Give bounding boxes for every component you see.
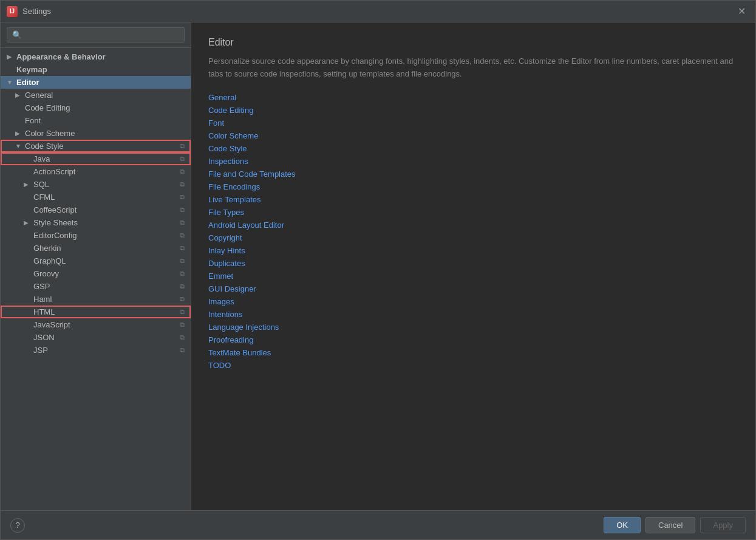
tree-item-cfml[interactable]: CFML⧉ [1,191,191,203]
right-panel: Editor Personalize source code appearanc… [191,22,755,510]
tree-item-javascript[interactable]: JavaScript⧉ [1,318,191,331]
copy-icon-cfml: ⧉ [180,193,185,201]
link-item-5[interactable]: Inspections [208,157,738,166]
tree-label-gherkin: Gherkin [33,244,177,253]
link-list: GeneralCode EditingFontColor SchemeCode … [208,93,738,370]
tree-item-appearance-behavior[interactable]: ▶Appearance & Behavior [1,50,191,63]
tree-item-jsp[interactable]: JSP⧉ [1,344,191,357]
app-icon: IJ [7,6,18,17]
tree-item-font[interactable]: Font [1,114,191,127]
copy-icon-coffeescript: ⧉ [180,206,185,214]
tree-arrow-general: ▶ [15,92,24,98]
tree-item-editor[interactable]: ▼Editor [1,76,191,89]
link-item-0[interactable]: General [208,93,738,102]
link-item-20[interactable]: TextMate Bundles [208,348,738,357]
link-item-8[interactable]: Live Templates [208,195,738,204]
link-item-1[interactable]: Code Editing [208,106,738,115]
tree-item-gsp[interactable]: GSP⧉ [1,280,191,293]
tree-arrow-appearance-behavior: ▶ [7,53,15,60]
link-item-13[interactable]: Duplicates [208,259,738,268]
tree-label-code-style: Code Style [25,142,177,151]
link-item-12[interactable]: Inlay Hints [208,246,738,255]
tree-label-color-scheme: Color Scheme [25,129,185,138]
link-item-16[interactable]: Images [208,297,738,306]
help-button[interactable]: ? [10,518,25,533]
copy-icon-actionscript: ⧉ [180,168,185,176]
link-item-7[interactable]: File Encodings [208,182,738,191]
copy-icon-graphql: ⧉ [180,257,185,265]
tree-item-editorconfig[interactable]: EditorConfig⧉ [1,229,191,242]
tree-label-java: Java [33,154,177,163]
link-item-10[interactable]: Android Layout Editor [208,220,738,230]
link-item-6[interactable]: File and Code Templates [208,169,738,179]
apply-button[interactable]: Apply [700,517,746,533]
copy-icon-haml: ⧉ [180,295,185,303]
copy-icon-style-sheets: ⧉ [180,219,185,227]
link-item-19[interactable]: Proofreading [208,335,738,344]
tree-item-general[interactable]: ▶General [1,89,191,101]
link-item-9[interactable]: File Types [208,208,738,217]
tree-label-coffeescript: CoffeeScript [33,205,177,214]
copy-icon-code-style: ⧉ [180,142,185,150]
dialog-title: Settings [22,7,51,16]
link-item-15[interactable]: GUI Designer [208,284,738,293]
settings-tree: ▶Appearance & BehaviorKeymap▼Editor▶Gene… [1,48,191,510]
tree-label-font: Font [25,116,185,125]
ok-button[interactable]: OK [604,517,641,533]
tree-item-keymap[interactable]: Keymap [1,63,191,76]
link-item-21[interactable]: TODO [208,361,738,370]
tree-label-json: JSON [33,333,177,342]
tree-label-editorconfig: EditorConfig [33,231,177,240]
tree-item-haml[interactable]: Haml⧉ [1,293,191,306]
link-item-2[interactable]: Font [208,118,738,128]
tree-label-appearance-behavior: Appearance & Behavior [16,52,185,61]
link-item-11[interactable]: Copyright [208,233,738,242]
action-buttons: OK Cancel Apply [604,517,746,533]
tree-label-editor: Editor [16,78,185,87]
tree-item-gherkin[interactable]: Gherkin⧉ [1,242,191,255]
link-item-4[interactable]: Code Style [208,144,738,153]
tree-item-style-sheets[interactable]: ▶Style Sheets⧉ [1,216,191,229]
dialog-body: ▶Appearance & BehaviorKeymap▼Editor▶Gene… [1,22,755,510]
tree-label-style-sheets: Style Sheets [33,218,177,227]
tree-item-graphql[interactable]: GraphQL⧉ [1,255,191,267]
settings-dialog: IJ Settings ✕ ▶Appearance & BehaviorKeym… [0,0,756,540]
left-panel: ▶Appearance & BehaviorKeymap▼Editor▶Gene… [1,22,191,510]
tree-label-haml: Haml [33,295,177,304]
tree-label-keymap: Keymap [16,65,185,74]
tree-item-coffeescript[interactable]: CoffeeScript⧉ [1,203,191,216]
cancel-button[interactable]: Cancel [645,517,695,533]
tree-label-code-editing: Code Editing [25,103,185,112]
link-item-17[interactable]: Intentions [208,310,738,319]
close-button[interactable]: ✕ [734,4,749,18]
tree-label-gsp: GSP [33,282,177,291]
copy-icon-sql: ⧉ [180,180,185,188]
copy-icon-java: ⧉ [180,155,185,163]
tree-arrow-color-scheme: ▶ [15,130,24,137]
tree-item-sql[interactable]: ▶SQL⧉ [1,178,191,191]
tree-arrow-style-sheets: ▶ [24,219,32,226]
copy-icon-editorconfig: ⧉ [180,231,185,239]
search-box [1,22,191,48]
tree-arrow-code-style: ▼ [15,143,24,149]
tree-label-sql: SQL [33,180,177,189]
panel-description: Personalize source code appearance by ch… [208,55,737,81]
link-item-14[interactable]: Emmet [208,272,738,281]
link-item-3[interactable]: Color Scheme [208,131,738,140]
tree-item-groovy[interactable]: Groovy⧉ [1,267,191,280]
tree-item-json[interactable]: JSON⧉ [1,331,191,344]
tree-item-code-editing[interactable]: Code Editing [1,101,191,114]
tree-label-javascript: JavaScript [33,320,177,329]
tree-item-actionscript[interactable]: ActionScript⧉ [1,165,191,178]
copy-icon-gsp: ⧉ [180,282,185,290]
tree-item-code-style[interactable]: ▼Code Style⧉ [1,140,191,152]
search-input[interactable] [7,27,185,43]
tree-item-color-scheme[interactable]: ▶Color Scheme [1,127,191,140]
copy-icon-jsp: ⧉ [180,346,185,354]
tree-item-java[interactable]: Java⧉ [1,152,191,165]
tree-item-html[interactable]: HTML⧉ [1,306,191,318]
panel-title: Editor [208,37,738,48]
copy-icon-html: ⧉ [180,308,185,316]
copy-icon-javascript: ⧉ [180,321,185,329]
link-item-18[interactable]: Language Injections [208,323,738,332]
